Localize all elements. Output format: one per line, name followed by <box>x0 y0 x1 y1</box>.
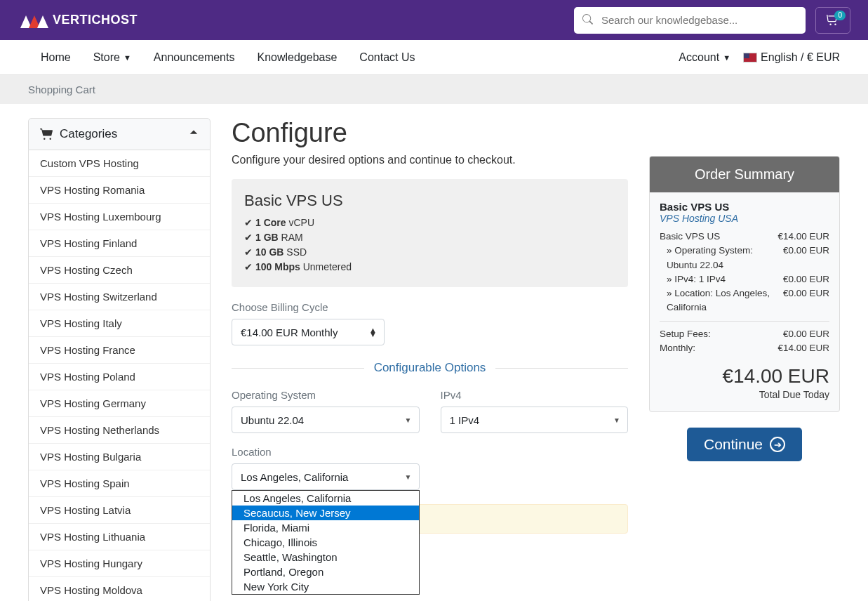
os-label: Operating System <box>232 389 420 401</box>
location-option[interactable]: Los Angeles, California <box>232 491 419 506</box>
main-nav: Home Store▼ Announcements Knowledgebase … <box>0 40 868 75</box>
sidebar-category-item[interactable]: VPS Hosting Finland <box>29 230 210 257</box>
product-summary-box: Basic VPS US ✔1 Core vCPU✔1 GB RAM✔10 GB… <box>232 179 628 287</box>
breadcrumb: Shopping Cart <box>0 75 868 104</box>
logo-icon <box>18 8 50 32</box>
chevron-up-icon <box>189 127 199 141</box>
sort-icon: ▲▼ <box>369 328 377 336</box>
order-summary-card: Order Summary Basic VPS US VPS Hosting U… <box>649 156 840 412</box>
brand-name: VERTICHOST <box>53 13 138 27</box>
location-option[interactable]: Portland, Oregon <box>232 564 419 579</box>
sidebar-category-item[interactable]: VPS Hosting Italy <box>29 310 210 337</box>
categories-list: Custom VPS HostingVPS Hosting RomaniaVPS… <box>28 150 211 601</box>
continue-button[interactable]: Continue ➔ <box>687 428 802 461</box>
cart-icon <box>40 128 53 140</box>
summary-fee-item: Monthly:€14.00 EUR <box>660 341 829 355</box>
nav-contact[interactable]: Contact Us <box>359 51 415 64</box>
product-feature: ✔1 Core vCPU <box>244 216 615 230</box>
summary-line-item: Basic VPS US€14.00 EUR <box>660 230 829 244</box>
top-bar: VERTICHOST 0 <box>0 0 868 40</box>
summary-category: VPS Hosting USA <box>660 213 829 224</box>
product-feature: ✔1 GB RAM <box>244 230 615 245</box>
search-box[interactable] <box>574 7 806 34</box>
sidebar-category-item[interactable]: VPS Hosting Poland <box>29 364 210 390</box>
summary-line-item: » Location: Los Angeles, California€0.00… <box>660 286 829 315</box>
summary-total: €14.00 EUR <box>660 365 829 388</box>
chevron-down-icon: ▼ <box>123 53 131 62</box>
summary-line-item: » IPv4: 1 IPv4€0.00 EUR <box>660 272 829 286</box>
sidebar-category-item[interactable]: VPS Hosting Germany <box>29 390 210 417</box>
summary-line-item: » Operating System: Ubuntu 22.04€0.00 EU… <box>660 244 829 272</box>
main-content: Configure Configure your desired options… <box>232 118 628 601</box>
nav-home[interactable]: Home <box>41 51 71 64</box>
chevron-down-icon: ▼ <box>613 416 620 424</box>
chevron-down-icon: ▼ <box>723 53 730 62</box>
billing-cycle-label: Choose Billing Cycle <box>232 301 628 313</box>
order-summary-title: Order Summary <box>650 157 839 192</box>
location-option[interactable]: Secaucus, New Jersey <box>232 506 419 520</box>
os-select[interactable]: Ubuntu 22.04 ▼ <box>232 407 420 433</box>
search-input[interactable] <box>601 14 797 26</box>
svg-point-0 <box>829 23 832 25</box>
categories-title: Categories <box>60 127 117 141</box>
cart-count-badge: 0 <box>834 11 846 20</box>
sidebar-category-item[interactable]: Custom VPS Hosting <box>29 150 210 177</box>
sidebar-category-item[interactable]: VPS Hosting Luxembourg <box>29 204 210 230</box>
nav-account[interactable]: Account▼ <box>679 51 730 64</box>
categories-header[interactable]: Categories <box>28 118 211 150</box>
brand-logo[interactable]: VERTICHOST <box>18 8 138 32</box>
location-option[interactable]: New York City <box>232 579 419 594</box>
product-name: Basic VPS US <box>244 192 615 210</box>
nav-knowledgebase[interactable]: Knowledgebase <box>257 51 337 64</box>
sidebar-category-item[interactable]: VPS Hosting Netherlands <box>29 417 210 444</box>
sidebar-category-item[interactable]: VPS Hosting Spain <box>29 470 210 497</box>
configurable-options-divider: Configurable Options <box>232 361 628 375</box>
product-feature: ✔10 GB SSD <box>244 245 615 260</box>
location-dropdown-list: Los Angeles, CaliforniaSecaucus, New Jer… <box>232 490 420 595</box>
chevron-down-icon: ▼ <box>405 473 412 481</box>
sidebar: Categories Custom VPS HostingVPS Hosting… <box>28 118 211 601</box>
location-option[interactable]: Florida, Miami <box>232 520 419 535</box>
sidebar-category-item[interactable]: VPS Hosting Hungary <box>29 550 210 577</box>
location-option[interactable]: Seattle, Washington <box>232 550 419 564</box>
sidebar-category-item[interactable]: VPS Hosting Moldova <box>29 577 210 601</box>
summary-product: Basic VPS US <box>660 201 829 213</box>
location-option[interactable]: Chicago, Illinois <box>232 535 419 550</box>
ipv4-label: IPv4 <box>441 389 629 401</box>
order-summary-column: Order Summary Basic VPS US VPS Hosting U… <box>649 156 840 601</box>
flag-us-icon <box>743 53 757 62</box>
summary-fee-item: Setup Fees:€0.00 EUR <box>660 327 829 341</box>
sidebar-category-item[interactable]: VPS Hosting Lithuania <box>29 524 210 550</box>
summary-due-label: Total Due Today <box>660 389 829 400</box>
locale-switcher[interactable]: English / € EUR <box>743 51 840 64</box>
nav-announcements[interactable]: Announcements <box>154 51 235 64</box>
location-label: Location <box>232 446 420 458</box>
sidebar-category-item[interactable]: VPS Hosting France <box>29 337 210 364</box>
nav-store[interactable]: Store▼ <box>93 51 131 64</box>
chevron-down-icon: ▼ <box>405 416 412 424</box>
sidebar-category-item[interactable]: VPS Hosting Romania <box>29 177 210 204</box>
location-select[interactable]: Los Angeles, California ▼ <box>232 463 420 490</box>
search-icon <box>582 14 593 27</box>
sidebar-category-item[interactable]: VPS Hosting Bulgaria <box>29 444 210 470</box>
sidebar-category-item[interactable]: VPS Hosting Switzerland <box>29 284 210 310</box>
svg-point-1 <box>834 23 836 25</box>
arrow-right-circle-icon: ➔ <box>770 437 785 452</box>
sidebar-category-item[interactable]: VPS Hosting Latvia <box>29 497 210 524</box>
page-title: Configure <box>232 118 628 148</box>
ipv4-select[interactable]: 1 IPv4 ▼ <box>441 407 629 433</box>
page-subtitle: Configure your desired options and conti… <box>232 154 628 166</box>
cart-button[interactable]: 0 <box>815 7 850 34</box>
sidebar-category-item[interactable]: VPS Hosting Czech <box>29 257 210 284</box>
product-feature: ✔100 Mbps Unmetered <box>244 260 615 275</box>
billing-cycle-select[interactable]: €14.00 EUR Monthly ▲▼ <box>232 319 385 345</box>
